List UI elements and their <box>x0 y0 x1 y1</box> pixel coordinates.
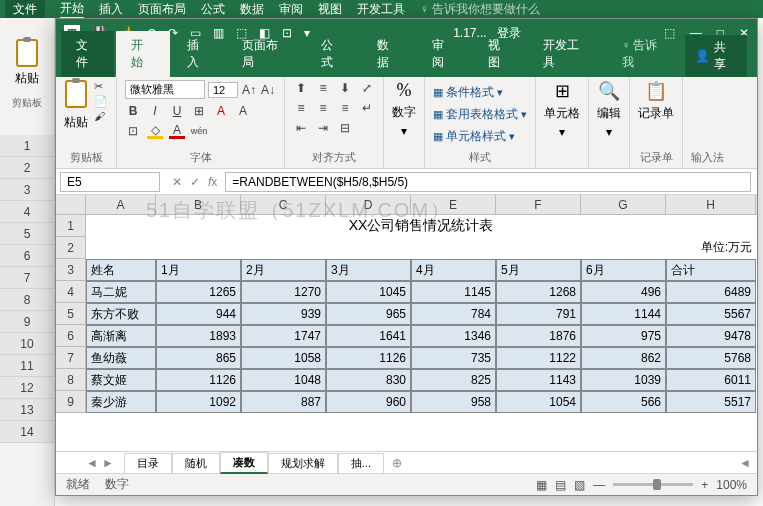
shrink-font-icon[interactable]: A↓ <box>260 82 276 98</box>
cell[interactable]: 965 <box>326 303 411 325</box>
cell[interactable]: 1126 <box>326 347 411 369</box>
col-header[interactable]: D <box>326 195 411 214</box>
tab-file[interactable]: 文件 <box>61 31 114 77</box>
conditional-format-button[interactable]: ▦ 条件格式 ▾ <box>433 84 503 101</box>
cell[interactable]: 6011 <box>666 369 756 391</box>
cell[interactable]: 944 <box>156 303 241 325</box>
zoom-out-icon[interactable]: — <box>593 478 605 492</box>
outer-tab[interactable]: 开始 <box>60 0 84 19</box>
cell[interactable]: 958 <box>411 391 496 413</box>
cells-button[interactable]: ⊞单元格▾ <box>544 80 580 139</box>
merge-icon[interactable]: ⊟ <box>337 120 353 136</box>
row-header[interactable]: 1 <box>0 135 54 157</box>
cell[interactable]: 1145 <box>411 281 496 303</box>
row-header[interactable]: 11 <box>0 355 54 377</box>
font-name-select[interactable]: 微软雅黑 <box>125 80 205 99</box>
sheet-tab-active[interactable]: 凑数 <box>220 452 268 474</box>
cell[interactable]: 1039 <box>581 369 666 391</box>
cell[interactable]: 鱼幼薇 <box>86 347 156 369</box>
sheet-tab[interactable]: 随机 <box>172 453 220 473</box>
cell[interactable] <box>326 237 411 259</box>
fx-icon[interactable]: fx <box>208 175 217 189</box>
col-header[interactable]: E <box>411 195 496 214</box>
tab-formula[interactable]: 公式 <box>306 31 359 77</box>
row-header[interactable]: 9 <box>0 311 54 333</box>
cell[interactable]: 姓名 <box>86 259 156 281</box>
cell[interactable]: 566 <box>581 391 666 413</box>
normal-view-icon[interactable]: ▦ <box>536 478 547 492</box>
cut-icon[interactable]: ✂ <box>94 80 108 93</box>
cell[interactable]: 1346 <box>411 325 496 347</box>
phonetic-icon[interactable]: wén <box>191 123 207 139</box>
row-header[interactable]: 4 <box>56 281 86 303</box>
row-header[interactable]: 13 <box>0 399 54 421</box>
cell[interactable]: 秦少游 <box>86 391 156 413</box>
cancel-icon[interactable]: ✕ <box>172 175 182 189</box>
outer-tab-file[interactable]: 文件 <box>5 0 45 20</box>
name-box[interactable] <box>60 172 160 192</box>
cell[interactable]: 1054 <box>496 391 581 413</box>
row-header[interactable]: 10 <box>0 333 54 355</box>
format-painter-icon[interactable]: 🖌 <box>94 110 108 122</box>
cell[interactable] <box>156 237 241 259</box>
wrap-icon[interactable]: ↵ <box>359 100 375 116</box>
outer-tab[interactable]: 页面布局 <box>138 1 186 18</box>
new-sheet-icon[interactable]: ⊕ <box>384 456 410 470</box>
fill-color-icon[interactable]: A <box>213 103 229 119</box>
cell[interactable]: 合计 <box>666 259 756 281</box>
cells-grid[interactable]: XX公司销售情况统计表单位:万元姓名1月2月3月4月5月6月合计马二妮12651… <box>86 215 757 413</box>
table-format-button[interactable]: ▦ 套用表格格式 ▾ <box>433 106 527 123</box>
underline-icon[interactable]: U <box>169 103 185 119</box>
row-header[interactable]: 5 <box>0 223 54 245</box>
row-header[interactable]: 2 <box>56 237 86 259</box>
indent-dec-icon[interactable]: ⇤ <box>293 120 309 136</box>
outer-tell[interactable]: ♀ 告诉我你想要做什么 <box>420 1 540 18</box>
col-header[interactable]: B <box>156 195 241 214</box>
col-header[interactable]: H <box>666 195 756 214</box>
outer-tab[interactable]: 开发工具 <box>357 1 405 18</box>
page-view-icon[interactable]: ▤ <box>555 478 566 492</box>
col-header[interactable]: A <box>86 195 156 214</box>
row-header[interactable]: 8 <box>0 289 54 311</box>
cell[interactable]: 蔡文姬 <box>86 369 156 391</box>
zoom-level[interactable]: 100% <box>716 478 747 492</box>
cell[interactable]: 1048 <box>241 369 326 391</box>
cell[interactable]: 1893 <box>156 325 241 347</box>
row-header[interactable]: 6 <box>0 245 54 267</box>
row-header[interactable]: 9 <box>56 391 86 413</box>
cell[interactable]: 6489 <box>666 281 756 303</box>
cell[interactable]: 1641 <box>326 325 411 347</box>
enter-icon[interactable]: ✓ <box>190 175 200 189</box>
sheet-tab[interactable]: 目录 <box>124 453 172 473</box>
cell[interactable] <box>581 237 666 259</box>
tab-data[interactable]: 数据 <box>362 31 415 77</box>
indent-inc-icon[interactable]: ⇥ <box>315 120 331 136</box>
cell[interactable] <box>411 237 496 259</box>
font-color-icon[interactable]: A <box>235 103 251 119</box>
cell[interactable]: 1270 <box>241 281 326 303</box>
cell[interactable]: 2月 <box>241 259 326 281</box>
border-icon[interactable]: ⊞ <box>191 103 207 119</box>
select-all-corner[interactable] <box>56 195 86 214</box>
row-header[interactable]: 14 <box>0 421 54 443</box>
paste-button[interactable]: 粘贴 <box>64 80 88 131</box>
border-icon[interactable]: ⊡ <box>125 123 141 139</box>
align-left-icon[interactable]: ≡ <box>293 100 309 116</box>
row-header[interactable]: 7 <box>56 347 86 369</box>
cell[interactable]: 3月 <box>326 259 411 281</box>
fill-icon[interactable]: ◇ <box>147 123 163 139</box>
outer-tab[interactable]: 插入 <box>99 1 123 18</box>
record-button[interactable]: 📋记录单 <box>638 80 674 122</box>
outer-tab[interactable]: 视图 <box>318 1 342 18</box>
grow-font-icon[interactable]: A↑ <box>241 82 257 98</box>
cell[interactable]: 1092 <box>156 391 241 413</box>
cell[interactable]: 960 <box>326 391 411 413</box>
cell[interactable]: 马二妮 <box>86 281 156 303</box>
cell[interactable]: 1058 <box>241 347 326 369</box>
row-header[interactable]: 4 <box>0 201 54 223</box>
row-header[interactable]: 1 <box>56 215 86 237</box>
cell[interactable]: 865 <box>156 347 241 369</box>
cell[interactable]: 单位:万元 <box>666 237 756 259</box>
align-right-icon[interactable]: ≡ <box>337 100 353 116</box>
worksheet[interactable]: 51自学联盟（51ZXLM.COM） ABCDEFGH 123456789 XX… <box>56 195 757 451</box>
